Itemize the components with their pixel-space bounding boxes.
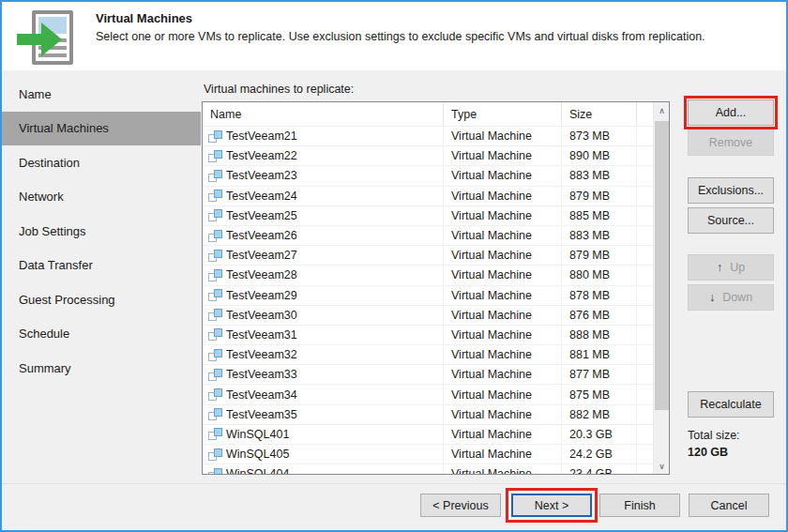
table-row[interactable]: TestVeeam25 Virtual Machine 885 MB — [203, 206, 653, 226]
cancel-button[interactable]: Cancel — [689, 494, 769, 517]
replication-wizard-icon — [17, 10, 75, 65]
vm-table: Name Type Size TestVeeam21 Virtual Machi… — [202, 101, 670, 475]
table-row[interactable]: WinSQL405 Virtual Machine 24.2 GB — [203, 445, 653, 464]
virtual-machine-icon — [208, 408, 222, 420]
page-title: Virtual Machines — [96, 11, 192, 25]
table-row[interactable]: TestVeeam24 Virtual Machine 879 MB — [203, 187, 653, 206]
scroll-up-icon[interactable]: ∧ — [654, 102, 670, 118]
virtual-machine-icon — [208, 269, 222, 281]
table-row[interactable]: TestVeeam30 Virtual Machine 876 MB — [203, 306, 653, 326]
scrollbar-thumb[interactable] — [655, 121, 669, 410]
down-button[interactable]: ↓Down — [688, 284, 774, 311]
table-row[interactable]: TestVeeam33 Virtual Machine 877 MB — [203, 365, 653, 385]
sidebar-item-destination[interactable]: Destination — [2, 145, 201, 180]
sidebar-item-data-transfer[interactable]: Data Transfer — [2, 249, 201, 283]
virtual-machine-icon — [208, 190, 222, 202]
virtual-machine-icon — [208, 428, 222, 440]
sidebar-item-name[interactable]: Name — [2, 77, 201, 112]
table-row[interactable]: TestVeeam23 Virtual Machine 883 MB — [203, 166, 653, 186]
table-row[interactable]: TestVeeam34 Virtual Machine 875 MB — [203, 385, 653, 404]
replication-job-wizard-window: Virtual Machines Select one or more VMs … — [0, 0, 788, 532]
previous-button[interactable]: < Previous — [420, 494, 501, 517]
table-row[interactable]: TestVeeam26 Virtual Machine 883 MB — [203, 226, 653, 246]
sidebar: Name Virtual Machines Destination Networ… — [2, 77, 201, 386]
virtual-machine-icon — [208, 209, 222, 221]
total-size-value: 120 GB — [688, 446, 728, 459]
virtual-machine-icon — [208, 309, 222, 321]
table-row[interactable]: TestVeeam31 Virtual Machine 888 MB — [203, 326, 653, 345]
vm-table-scrollbar[interactable]: ∧ ∨ — [653, 102, 669, 474]
column-header-size[interactable]: Size — [562, 102, 637, 126]
exclusions-button[interactable]: Exclusions... — [688, 177, 774, 204]
virtual-machine-icon — [208, 349, 222, 361]
source-button[interactable]: Source... — [688, 207, 774, 234]
recalculate-button[interactable]: Recalculate — [688, 391, 774, 418]
sidebar-item-virtual-machines[interactable]: Virtual Machines — [2, 112, 201, 146]
sidebar-item-schedule[interactable]: Schedule — [2, 317, 201, 352]
vm-table-header: Name Type Size — [203, 102, 669, 127]
column-header-name[interactable]: Name — [203, 102, 444, 126]
virtual-machine-icon — [208, 130, 222, 143]
sidebar-item-network[interactable]: Network — [2, 180, 201, 215]
table-row[interactable]: TestVeeam32 Virtual Machine 881 MB — [203, 345, 653, 365]
virtual-machine-icon — [208, 230, 222, 242]
total-size-label: Total size: — [688, 429, 740, 442]
vm-table-body: TestVeeam21 Virtual Machine 873 MB TestV… — [203, 127, 653, 474]
virtual-machine-icon — [208, 250, 222, 262]
virtual-machine-icon — [208, 150, 222, 162]
footer-divider — [2, 483, 786, 484]
sidebar-item-guest-processing[interactable]: Guest Processing — [2, 282, 201, 317]
up-arrow-icon: ↑ — [717, 261, 722, 274]
virtual-machine-icon — [208, 448, 222, 461]
table-row[interactable]: WinSQL401 Virtual Machine 20.3 GB — [203, 425, 653, 445]
remove-button[interactable]: Remove — [688, 129, 774, 156]
table-row[interactable]: TestVeeam27 Virtual Machine 879 MB — [203, 246, 653, 266]
wizard-header: Virtual Machines Select one or more VMs … — [2, 2, 786, 70]
sidebar-item-summary[interactable]: Summary — [2, 351, 201, 386]
down-arrow-icon: ↓ — [709, 291, 715, 304]
wizard-body: Name Virtual Machines Destination Networ… — [2, 70, 786, 530]
next-button[interactable]: Next > — [511, 494, 592, 517]
virtual-machine-icon — [208, 328, 222, 341]
virtual-machine-icon — [208, 170, 222, 182]
finish-button[interactable]: Finish — [599, 494, 680, 517]
table-row[interactable]: TestVeeam29 Virtual Machine 878 MB — [203, 286, 653, 306]
virtual-machine-icon — [208, 289, 222, 301]
table-row[interactable]: TestVeeam22 Virtual Machine 890 MB — [203, 146, 653, 166]
up-button[interactable]: ↑Up — [688, 254, 774, 281]
page-description: Select one or more VMs to replicate. Use… — [96, 30, 705, 43]
table-row[interactable]: WinSQL404 Virtual Machine 23.4 GB — [203, 464, 653, 474]
virtual-machine-icon — [208, 468, 222, 474]
add-button[interactable]: Add... — [688, 99, 774, 126]
virtual-machine-icon — [208, 369, 222, 381]
table-row[interactable]: TestVeeam21 Virtual Machine 873 MB — [203, 127, 653, 146]
scroll-down-icon[interactable]: ∨ — [654, 458, 670, 474]
vm-list-label: Virtual machines to replicate: — [204, 83, 354, 96]
table-row[interactable]: TestVeeam35 Virtual Machine 882 MB — [203, 405, 653, 425]
table-row[interactable]: TestVeeam28 Virtual Machine 880 MB — [203, 266, 653, 285]
virtual-machine-icon — [208, 388, 222, 401]
column-header-type[interactable]: Type — [444, 102, 562, 126]
sidebar-item-job-settings[interactable]: Job Settings — [2, 214, 201, 249]
